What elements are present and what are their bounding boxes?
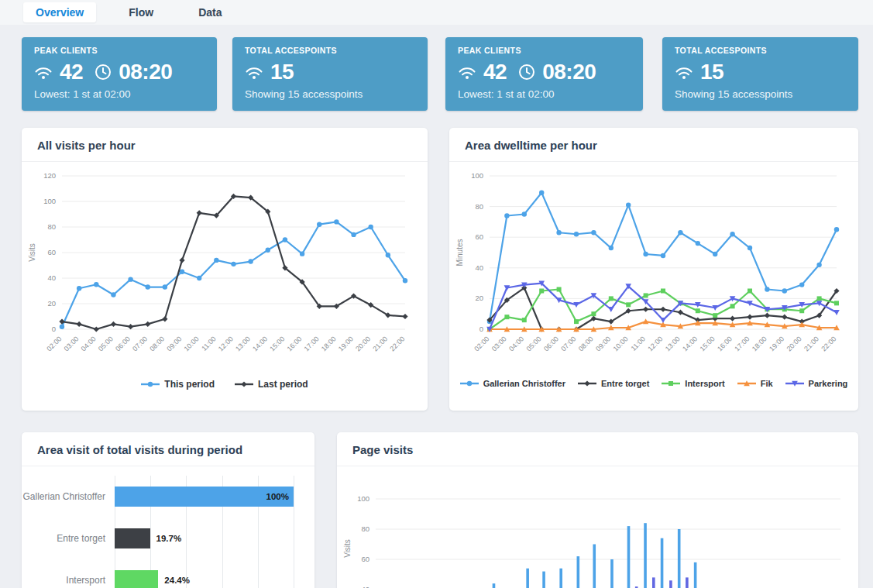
svg-text:60: 60: [475, 232, 483, 241]
svg-text:20: 20: [475, 294, 483, 302]
chart-title: Area dwelltime per hour: [449, 128, 858, 162]
chart-canvas: 406080100Visits: [342, 471, 851, 588]
bar-category-label: Entre torget: [22, 533, 115, 544]
tab-data[interactable]: Data: [186, 2, 234, 22]
tab-bar: Overview Flow Data: [0, 0, 873, 25]
svg-text:120: 120: [43, 171, 56, 180]
page-visits-chart: 406080100Visits: [337, 466, 858, 588]
svg-text:03:00: 03:00: [490, 335, 508, 352]
svg-text:18:00: 18:00: [320, 335, 338, 352]
svg-text:02:00: 02:00: [45, 335, 63, 352]
wifi-icon: [34, 65, 53, 80]
svg-text:14:00: 14:00: [251, 335, 269, 352]
svg-text:0: 0: [52, 325, 56, 333]
legend-label: Parkering: [809, 379, 848, 388]
legend-item[interactable]: Intersport: [662, 379, 724, 388]
legend-item[interactable]: Entre torget: [578, 379, 649, 388]
stat-card-title: PEAK CLIENTS: [458, 46, 631, 55]
stat-card-title: TOTAL ACCESPOINTS: [245, 46, 415, 55]
stat-card-peak-clients: PEAK CLIENTS 42 08:20 Lowest: 1 st at 02…: [445, 37, 643, 111]
svg-text:Visits: Visits: [28, 243, 36, 262]
legend-label: Last period: [258, 379, 308, 390]
card-area-dwelltime-per-hour: Area dwelltime per hour 020406080100Minu…: [449, 128, 858, 411]
stat-card-peak-clients: PEAK CLIENTS 42 08:20 Lowest: 1 st at 02…: [22, 37, 217, 111]
chart-canvas: 020406080100Minutes02:0003:0004:0005:000…: [454, 167, 849, 374]
svg-text:13:00: 13:00: [664, 335, 682, 352]
legend-marker-icon: [460, 380, 479, 387]
legend-item[interactable]: Last period: [235, 379, 308, 390]
wifi-icon: [458, 65, 476, 80]
svg-text:05:00: 05:00: [525, 335, 543, 352]
svg-text:21:00: 21:00: [803, 335, 820, 352]
svg-text:22:00: 22:00: [388, 335, 406, 352]
legend-marker-icon: [235, 380, 253, 388]
svg-text:02:00: 02:00: [473, 335, 490, 352]
legend-marker-icon: [141, 380, 160, 388]
bar-category-label: Gallerian Christoffer: [22, 491, 115, 502]
bar-category-label: Intersport: [22, 575, 115, 586]
legend-item[interactable]: This period: [141, 379, 215, 390]
svg-text:06:00: 06:00: [542, 335, 560, 352]
tab-flow[interactable]: Flow: [116, 2, 166, 22]
dwelltime-chart: 020406080100Minutes02:0003:0004:0005:000…: [449, 162, 858, 377]
wifi-icon: [245, 65, 263, 80]
svg-text:80: 80: [475, 202, 483, 211]
svg-text:04:00: 04:00: [507, 335, 525, 352]
svg-text:10:00: 10:00: [183, 335, 201, 352]
card-area-visit-share: Area visit of total visits during period…: [22, 432, 314, 588]
svg-text:12:00: 12:00: [646, 335, 664, 352]
legend-item[interactable]: Parkering: [785, 379, 848, 388]
svg-text:40: 40: [475, 263, 483, 272]
svg-text:15:00: 15:00: [699, 335, 717, 352]
svg-text:20:00: 20:00: [354, 335, 372, 352]
total-accesspoints-value: 15: [270, 60, 294, 84]
legend-marker-icon: [737, 380, 756, 387]
dwelltime-legend: Gallerian ChristofferEntre torgetIntersp…: [449, 379, 858, 388]
bar-value-label: 100%: [266, 492, 289, 501]
svg-text:16:00: 16:00: [716, 335, 734, 352]
svg-text:60: 60: [47, 248, 56, 256]
svg-text:18:00: 18:00: [751, 335, 768, 352]
clock-icon: [518, 64, 535, 81]
stat-card-footer: Lowest: 1 st at 02:00: [458, 88, 631, 100]
bar-row: Entre torget19.7%: [22, 518, 314, 559]
dashboard: Overview Flow Data PEAK CLIENTS 42 08:20…: [0, 0, 873, 588]
svg-text:09:00: 09:00: [594, 335, 612, 352]
svg-text:15:00: 15:00: [268, 335, 286, 352]
stat-card-footer: Lowest: 1 st at 02:00: [34, 88, 205, 100]
wifi-icon: [675, 65, 693, 80]
svg-text:19:00: 19:00: [768, 335, 785, 352]
svg-text:13:00: 13:00: [234, 335, 252, 352]
svg-text:11:00: 11:00: [200, 335, 218, 352]
card-page-visits: Page visits 406080100Visits: [337, 432, 858, 588]
svg-text:21:00: 21:00: [371, 335, 389, 352]
svg-text:07:00: 07:00: [559, 335, 577, 352]
legend-marker-icon: [785, 380, 804, 387]
peak-clients-value: 42: [60, 60, 83, 84]
peak-time-value: 08:20: [542, 60, 596, 84]
svg-text:20:00: 20:00: [785, 335, 803, 352]
chart-title: All visits per hour: [22, 128, 428, 162]
chart-title: Page visits: [337, 432, 858, 466]
svg-text:17:00: 17:00: [733, 335, 751, 352]
svg-text:60: 60: [361, 555, 369, 563]
area-share-chart: Gallerian Christoffer100%Entre torget19.…: [22, 476, 314, 588]
legend-item[interactable]: Gallerian Christoffer: [460, 379, 565, 388]
svg-text:80: 80: [361, 524, 369, 533]
svg-text:08:00: 08:00: [577, 335, 595, 352]
svg-text:100: 100: [471, 171, 483, 180]
clock-icon: [95, 64, 112, 81]
svg-text:20: 20: [47, 299, 56, 308]
svg-text:40: 40: [47, 273, 56, 282]
svg-text:100: 100: [43, 197, 56, 205]
chart-canvas: 020406080100120Visits02:0003:0004:0005:0…: [26, 167, 418, 374]
svg-text:10:00: 10:00: [612, 335, 630, 352]
peak-clients-value: 42: [483, 60, 507, 84]
svg-text:Visits: Visits: [343, 539, 352, 558]
svg-text:80: 80: [47, 222, 56, 231]
svg-text:11:00: 11:00: [629, 335, 647, 352]
svg-text:09:00: 09:00: [165, 335, 183, 352]
tab-overview[interactable]: Overview: [23, 2, 96, 22]
peak-time-value: 08:20: [119, 60, 172, 84]
legend-item[interactable]: Fik: [737, 379, 773, 388]
